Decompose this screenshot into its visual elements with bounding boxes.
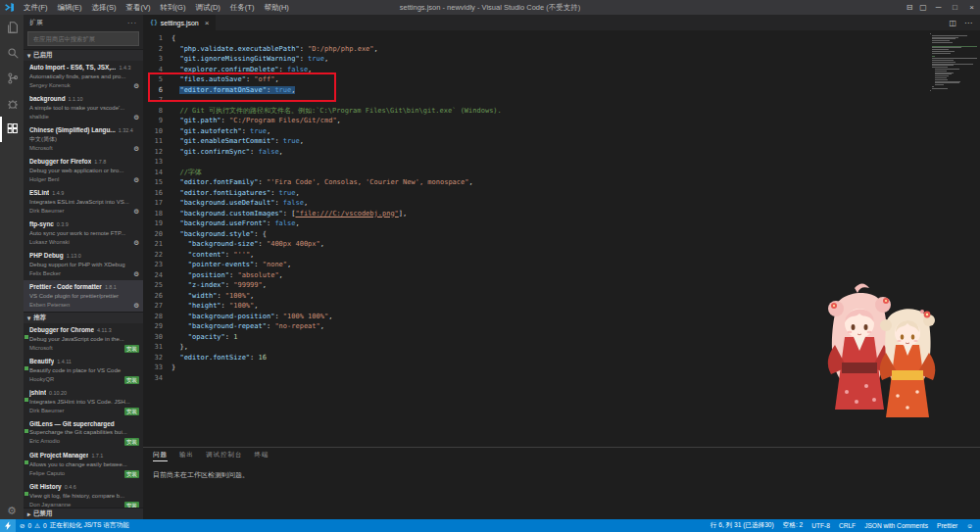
- minimap[interactable]: [930, 33, 977, 93]
- code-line[interactable]: 1{: [143, 33, 980, 44]
- token: ,: [250, 292, 254, 300]
- panel-tab-0[interactable]: 问题: [153, 451, 168, 461]
- maximize-button[interactable]: □: [947, 0, 963, 15]
- extension-description: Debug your web application or bro...: [29, 167, 139, 175]
- code-line[interactable]: 8 // Git 可执行文件的路径和文件名。例如:`C:\Program Fil…: [143, 106, 980, 117]
- cursor-position[interactable]: 行 6, 列 31 (已选择30): [710, 521, 774, 530]
- section-disabled[interactable]: ▸ 已禁用: [24, 508, 143, 519]
- extension-item[interactable]: Beautify1.4.11Beautify code in place for…: [24, 355, 143, 386]
- extension-gear-icon[interactable]: ⚙: [133, 144, 139, 153]
- feedback-smiley-icon[interactable]: ☺: [966, 522, 973, 529]
- menu-item-3[interactable]: 查看(V): [122, 3, 156, 13]
- code-line[interactable]: 9 "git.path": "C:/Program Files/Git/cmd"…: [143, 116, 980, 126]
- code-line[interactable]: 15 "editor.fontFamily": "'Fira Code', Co…: [143, 177, 980, 188]
- code-line[interactable]: 18 "background.customImages": ["file:///…: [143, 209, 980, 219]
- extension-item[interactable]: Auto Import - ES6, TS, JSX,...1.4.3Autom…: [24, 61, 143, 92]
- code-area[interactable]: 1{2 "php.validate.executablePath": "D:/p…: [143, 30, 980, 447]
- menu-item-1[interactable]: 编辑(E): [53, 3, 87, 13]
- code-line[interactable]: 22 "content": "''",: [143, 250, 980, 261]
- debug-icon[interactable]: [0, 91, 24, 117]
- install-button[interactable]: 安装: [124, 438, 139, 446]
- install-button[interactable]: 安装: [124, 345, 139, 353]
- activity-bar-bottom: ⚙: [0, 505, 24, 517]
- indentation[interactable]: 空格: 2: [783, 521, 804, 530]
- extension-search-box[interactable]: [27, 31, 139, 46]
- layout-icon-1[interactable]: ▢: [916, 3, 930, 12]
- extension-gear-icon[interactable]: ⚙: [133, 207, 139, 216]
- extension-gear-icon[interactable]: ⚙: [133, 238, 139, 247]
- code-line[interactable]: 12 "git.confirmSync": false,: [143, 147, 980, 158]
- code-line[interactable]: 19 "background.useFront": false,: [143, 218, 980, 229]
- menu-item-5[interactable]: 调试(D): [190, 3, 224, 13]
- code-line[interactable]: 17 "background.useDefault": false,: [143, 198, 980, 209]
- panel-tab-1[interactable]: 输出: [179, 451, 194, 461]
- code-line[interactable]: 14 //字体: [143, 168, 980, 178]
- code-line[interactable]: 23 "pointer-events": "none",: [143, 260, 980, 270]
- menu-item-2[interactable]: 选择(S): [87, 3, 122, 13]
- menu-item-7[interactable]: 帮助(H): [259, 3, 293, 13]
- split-editor-icon[interactable]: ◫: [949, 19, 956, 27]
- extension-gear-icon[interactable]: ⚙: [133, 175, 139, 184]
- extension-item[interactable]: ftp-sync0.3.9Auto sync your work to remo…: [24, 218, 143, 249]
- extension-item[interactable]: Debugger for Firefox1.7.8Debug your web …: [24, 155, 143, 186]
- extension-gear-icon[interactable]: ⚙: [133, 113, 139, 121]
- status-feedback-icon[interactable]: [0, 519, 16, 532]
- code-line[interactable]: 16 "editor.fontLigatures": true,: [143, 188, 980, 199]
- more-actions-icon[interactable]: ⋯: [964, 19, 972, 27]
- error-count-icon[interactable]: ⊘: [20, 522, 24, 530]
- formatter[interactable]: Prettier: [937, 522, 957, 529]
- more-actions-icon[interactable]: ···: [127, 20, 137, 26]
- code-line[interactable]: 11 "git.enableSmartCommit": true,: [143, 136, 980, 147]
- tab-settings-json[interactable]: {} settings.json ×: [143, 15, 216, 30]
- extension-item[interactable]: Git Project Manager1.7.1Allows you to ch…: [24, 449, 143, 480]
- extension-gear-icon[interactable]: ⚙: [133, 269, 139, 278]
- menu-item-6[interactable]: 任务(T): [225, 3, 260, 13]
- code-line[interactable]: 3 "git.ignoreMissingGitWarning": true,: [143, 54, 980, 65]
- explorer-icon[interactable]: [0, 15, 24, 40]
- extension-item[interactable]: background1.1.10A simple tool to make yo…: [24, 92, 143, 123]
- code-line[interactable]: 13: [143, 157, 980, 168]
- extension-item[interactable]: PHP Debug1.13.0Debug support for PHP wit…: [24, 249, 143, 280]
- language-mode[interactable]: JSON with Comments: [864, 522, 928, 529]
- panel-tab-3[interactable]: 终端: [255, 451, 270, 461]
- extension-item[interactable]: ESLint1.4.9Integrates ESLint JavaScript …: [24, 186, 143, 218]
- code-line[interactable]: 2 "php.validate.executablePath": "D:/php…: [143, 44, 980, 55]
- extension-gear-icon[interactable]: ⚙: [133, 301, 139, 310]
- extension-publisher: Microsoft: [29, 144, 53, 153]
- code-line[interactable]: 20 "background.style": {: [143, 229, 980, 240]
- extension-item[interactable]: jshint0.10.20Integrates JSHint into VS C…: [24, 386, 143, 417]
- warning-count-icon[interactable]: ⚠: [34, 522, 40, 530]
- code-line[interactable]: 10 "git.autofetch": true,: [143, 126, 980, 137]
- minimize-button[interactable]: ─: [930, 0, 947, 15]
- error-count[interactable]: 0: [27, 522, 31, 529]
- extension-icon: [24, 398, 28, 402]
- section-header-0[interactable]: ▾已启用: [24, 49, 143, 61]
- install-button[interactable]: 安装: [124, 376, 139, 384]
- tab-close-icon[interactable]: ×: [205, 19, 210, 27]
- extension-version: 1.4.11: [57, 358, 72, 366]
- warning-count[interactable]: 0: [43, 522, 47, 529]
- install-button[interactable]: 安装: [124, 408, 139, 415]
- extension-title-row: jshint0.10.20: [29, 388, 139, 398]
- eol-sequence[interactable]: CRLF: [839, 522, 856, 529]
- close-button[interactable]: ×: [963, 0, 980, 15]
- encoding[interactable]: UTF-8: [811, 522, 830, 529]
- source-control-icon[interactable]: [0, 66, 24, 91]
- extension-item[interactable]: GitLens — Git superchargedSupercharge th…: [24, 417, 143, 449]
- extension-item[interactable]: Chinese (Simplified) Langu...1.32.4中文(简体…: [24, 123, 143, 155]
- install-button[interactable]: 安装: [124, 470, 139, 478]
- panel-tab-2[interactable]: 调试控制台: [206, 451, 243, 461]
- extensions-icon[interactable]: [0, 117, 24, 142]
- menu-item-0[interactable]: 文件(F): [19, 3, 53, 13]
- code-line[interactable]: 21 "background-size": "400px 400px",: [143, 239, 980, 250]
- layout-icon-0[interactable]: ⊟: [903, 3, 916, 12]
- menu-item-4[interactable]: 转到(G): [156, 3, 191, 13]
- extension-gear-icon[interactable]: ⚙: [133, 81, 139, 90]
- extension-search-input[interactable]: [31, 34, 135, 43]
- extension-item[interactable]: Prettier - Code formatter1.8.1VS Code pl…: [24, 280, 143, 312]
- menu-bar: 文件(F)编辑(E)选择(S)查看(V)转到(G)调试(D)任务(T)帮助(H): [19, 3, 294, 13]
- search-icon[interactable]: [0, 40, 24, 66]
- section-header-1[interactable]: ▾推荐: [24, 312, 143, 323]
- extension-item[interactable]: Debugger for Chrome4.11.3Debug your Java…: [24, 323, 143, 355]
- settings-gear-icon[interactable]: ⚙: [0, 505, 24, 517]
